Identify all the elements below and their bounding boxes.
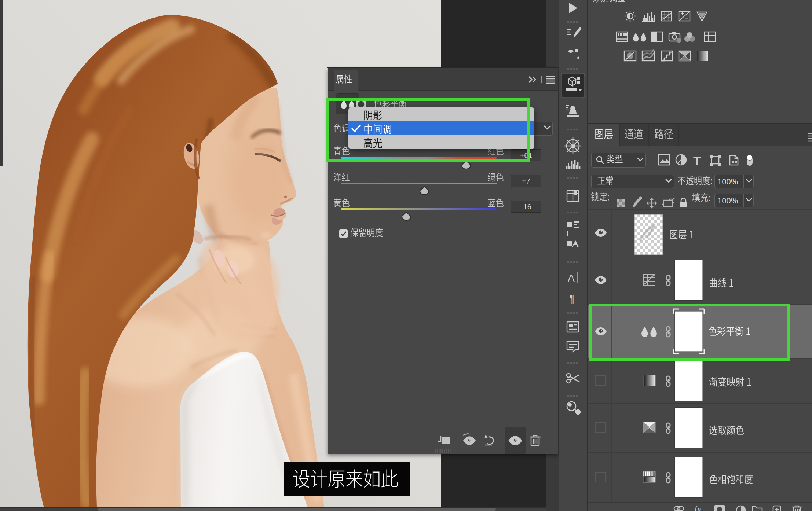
- svg-text:fx: fx: [694, 504, 701, 511]
